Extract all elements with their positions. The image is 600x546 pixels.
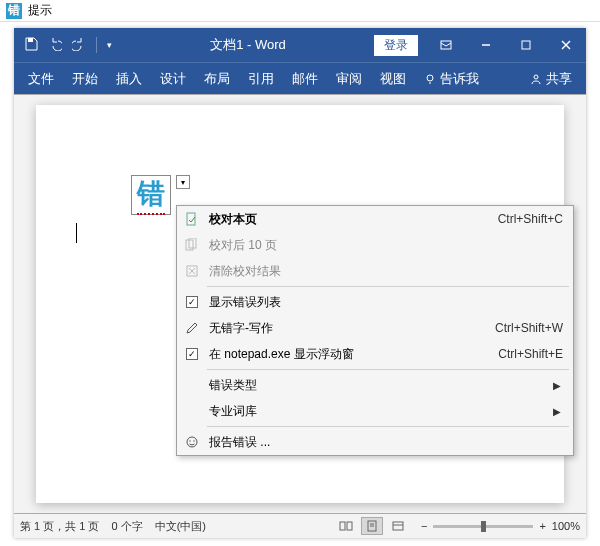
clear-icon [181,264,203,278]
menu-proofread-next10: 校对后 10 页 [177,232,573,258]
edit-icon [181,321,203,335]
menu-item-label: 专业词库 [203,403,553,420]
svg-rect-19 [347,522,352,530]
svg-point-6 [427,75,433,81]
menu-no-error-writing[interactable]: 无错字-写作 Ctrl+Shift+W [177,315,573,341]
tab-home[interactable]: 开始 [72,70,98,88]
menu-item-label: 校对本页 [203,211,498,228]
zoom-level[interactable]: 100% [552,520,580,532]
zoom-slider-thumb[interactable] [481,521,486,532]
menu-item-accel: Ctrl+Shift+W [495,321,563,335]
tab-mail[interactable]: 邮件 [292,70,318,88]
app-icon: 错 [6,3,22,19]
svg-rect-0 [28,38,33,42]
language[interactable]: 中文(中国) [155,519,206,534]
document-title: 文档1 - Word [122,36,374,54]
menu-item-label: 无错字-写作 [203,320,495,337]
ribbon-options-icon[interactable] [426,28,466,62]
zoom-out-button[interactable]: − [421,520,427,532]
menu-error-types[interactable]: 错误类型 ▶ [177,372,573,398]
undo-icon[interactable] [48,37,62,54]
svg-rect-23 [393,522,403,530]
submenu-arrow-icon: ▶ [553,406,563,417]
context-menu: 校对本页 Ctrl+Shift+C 校对后 10 页 清除校对结果 ✓ 显示错误… [176,205,574,456]
menu-separator [207,286,569,287]
text-cursor [76,223,77,243]
pages-icon [181,238,203,252]
menu-item-label: 在 notepad.exe 显示浮动窗 [203,346,498,363]
qat-customize-icon[interactable]: ▾ [107,40,112,50]
tab-view[interactable]: 视图 [380,70,406,88]
submenu-arrow-icon: ▶ [553,380,563,391]
svg-point-17 [193,440,194,441]
redo-icon[interactable] [72,37,86,54]
tab-review[interactable]: 审阅 [336,70,362,88]
minimize-icon[interactable] [466,28,506,62]
svg-rect-1 [441,41,451,49]
tab-ref[interactable]: 引用 [248,70,274,88]
menu-item-label: 错误类型 [203,377,553,394]
tell-me-label: 告诉我 [440,70,479,88]
view-read-icon[interactable] [335,517,357,535]
word-titlebar: ▾ 文档1 - Word 登录 [14,28,586,62]
menu-notepad-float[interactable]: ✓ 在 notepad.exe 显示浮动窗 Ctrl+Shift+E [177,341,573,367]
outer-window-title: 提示 [28,2,52,19]
bulb-icon [424,73,436,85]
page-check-icon [181,212,203,226]
menu-separator [207,369,569,370]
outer-window-titlebar: 错 提示 [0,0,600,22]
word-count[interactable]: 0 个字 [111,519,142,534]
save-icon[interactable] [24,37,38,54]
menu-item-label: 校对后 10 页 [203,237,563,254]
tab-design[interactable]: 设计 [160,70,186,88]
menu-item-label: 报告错误 ... [203,434,563,451]
share-button[interactable]: 共享 [530,70,572,88]
share-label: 共享 [546,70,572,88]
svg-point-8 [534,75,538,79]
menu-item-accel: Ctrl+Shift+E [498,347,563,361]
svg-rect-18 [340,522,345,530]
page-count[interactable]: 第 1 页，共 1 页 [20,519,99,534]
svg-rect-3 [522,41,530,49]
ribbon-tabs: 文件 开始 插入 设计 布局 引用 邮件 审阅 视图 告诉我 共享 [14,62,586,94]
maximize-icon[interactable] [506,28,546,62]
tell-me[interactable]: 告诉我 [424,70,479,88]
menu-proofread-page[interactable]: 校对本页 Ctrl+Shift+C [177,206,573,232]
zoom-slider[interactable] [433,525,533,528]
tab-insert[interactable]: 插入 [116,70,142,88]
share-icon [530,73,542,85]
close-icon[interactable] [546,28,586,62]
menu-separator [207,426,569,427]
menu-item-label: 显示错误列表 [203,294,563,311]
menu-item-label: 清除校对结果 [203,263,563,280]
document-area: 错 ▾ 校对本页 Ctrl+Shift+C 校对后 10 页 清除校对结果 [14,94,586,514]
menu-pro-dictionary[interactable]: 专业词库 ▶ [177,398,573,424]
view-web-icon[interactable] [387,517,409,535]
zoom-in-button[interactable]: + [539,520,545,532]
tab-layout[interactable]: 布局 [204,70,230,88]
menu-item-accel: Ctrl+Shift+C [498,212,563,226]
checkbox-icon: ✓ [186,348,198,360]
login-button[interactable]: 登录 [374,35,418,56]
word-window: ▾ 文档1 - Word 登录 文件 开始 插入 设计 布局 引用 邮件 审阅 … [14,28,586,538]
error-word: 错 [137,175,165,215]
checkbox-icon: ✓ [186,296,198,308]
document-page[interactable]: 错 ▾ 校对本页 Ctrl+Shift+C 校对后 10 页 清除校对结果 [36,105,564,503]
tab-file[interactable]: 文件 [28,70,54,88]
menu-clear-results: 清除校对结果 [177,258,573,284]
smile-icon [181,435,203,449]
svg-point-16 [189,440,190,441]
menu-show-error-list[interactable]: ✓ 显示错误列表 [177,289,573,315]
status-bar: 第 1 页，共 1 页 0 个字 中文(中国) − + 100% [14,514,586,538]
error-word-box[interactable]: 错 [131,175,171,215]
menu-report-error[interactable]: 报告错误 ... [177,429,573,455]
view-print-icon[interactable] [361,517,383,535]
dropdown-arrow-icon[interactable]: ▾ [176,175,190,189]
